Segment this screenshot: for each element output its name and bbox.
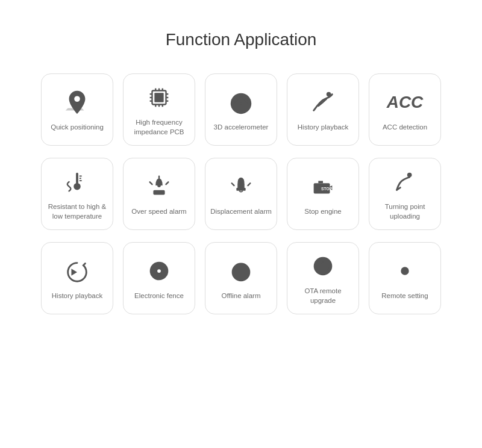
card-over-speed: Over speed alarm — [123, 158, 195, 230]
history-playback2-label: History playback — [52, 291, 102, 301]
svg-line-30 — [248, 183, 251, 185]
svg-line-25 — [150, 182, 152, 185]
svg-point-24 — [157, 184, 161, 187]
card-turning-point: Turning point uploading — [369, 158, 441, 230]
displacement-alarm-icon — [225, 171, 257, 202]
ota-upgrade-label: OTA remote upgrade — [292, 287, 354, 305]
resistant-temp-label: Resistant to high & low temperature — [46, 202, 108, 221]
card-3d-accelerometer: 3D accelerometer — [205, 73, 277, 146]
over-speed-icon — [143, 171, 175, 202]
quick-positioning-icon — [61, 87, 93, 118]
card-quick-positioning: Quick positioning — [41, 73, 113, 146]
card-history-playback2: History playback — [41, 242, 113, 314]
svg-point-39 — [232, 263, 251, 282]
resistant-temp-icon — [61, 166, 93, 198]
svg-text:STOP: STOP — [321, 187, 333, 191]
svg-point-45 — [401, 267, 408, 275]
electronic-fence-icon — [143, 255, 175, 287]
turning-point-label: Turning point uploading — [374, 202, 436, 221]
svg-line-29 — [232, 183, 234, 185]
feature-row: Quick positioningHigh frequency impedanc… — [41, 73, 441, 146]
stop-engine-icon: STOP — [307, 171, 339, 202]
over-speed-label: Over speed alarm — [131, 207, 186, 217]
ota-upgrade-icon — [307, 250, 339, 282]
svg-line-26 — [166, 182, 169, 185]
offline-alarm-icon — [225, 255, 257, 287]
history-playback-icon — [307, 87, 339, 118]
feature-grid: Quick positioningHigh frequency impedanc… — [0, 67, 482, 332]
card-offline-alarm: Offline alarm — [205, 242, 277, 314]
svg-point-38 — [157, 269, 161, 273]
stop-engine-label: Stop engine — [304, 207, 341, 217]
remote-setting-icon — [389, 255, 421, 287]
card-electronic-fence: Electronic fence — [123, 242, 195, 314]
3d-accelerometer-label: 3D accelerometer — [214, 123, 269, 132]
history-playback-label: History playback — [298, 123, 348, 132]
svg-point-16 — [240, 102, 242, 105]
feature-row: Resistant to high & low temperatureOver … — [41, 158, 441, 230]
svg-point-19 — [74, 183, 81, 190]
svg-marker-35 — [71, 269, 77, 276]
card-high-frequency: High frequency impedance PCB — [123, 73, 195, 146]
card-remote-setting: Remote setting — [369, 242, 441, 314]
card-acc-detection: ACCACC detection — [369, 73, 441, 146]
acc-detection-label: ACC detection — [383, 123, 427, 132]
svg-rect-28 — [236, 188, 245, 191]
remote-setting-label: Remote setting — [381, 291, 428, 301]
electronic-fence-label: Electronic fence — [134, 291, 184, 301]
card-displacement-alarm: Displacement alarm — [205, 158, 277, 230]
acc-detection-icon: ACC — [389, 87, 421, 118]
offline-alarm-label: Offline alarm — [222, 291, 261, 301]
3d-accelerometer-icon — [225, 87, 257, 118]
high-frequency-icon — [143, 82, 175, 113]
feature-row: History playbackElectronic fenceOffline … — [41, 242, 441, 314]
svg-rect-23 — [153, 190, 164, 195]
svg-rect-1 — [154, 93, 163, 102]
card-resistant-temp: Resistant to high & low temperature — [41, 158, 113, 230]
turning-point-icon — [389, 166, 421, 198]
card-stop-engine: STOPStop engine — [287, 158, 359, 230]
card-history-playback: History playback — [287, 73, 359, 146]
quick-positioning-label: Quick positioning — [51, 123, 104, 132]
page-title: Function Application — [0, 0, 482, 67]
displacement-alarm-label: Displacement alarm — [210, 207, 272, 217]
high-frequency-label: High frequency impedance PCB — [128, 118, 190, 137]
card-ota-upgrade: OTA remote upgrade — [287, 242, 359, 314]
history-playback2-icon — [61, 255, 93, 287]
